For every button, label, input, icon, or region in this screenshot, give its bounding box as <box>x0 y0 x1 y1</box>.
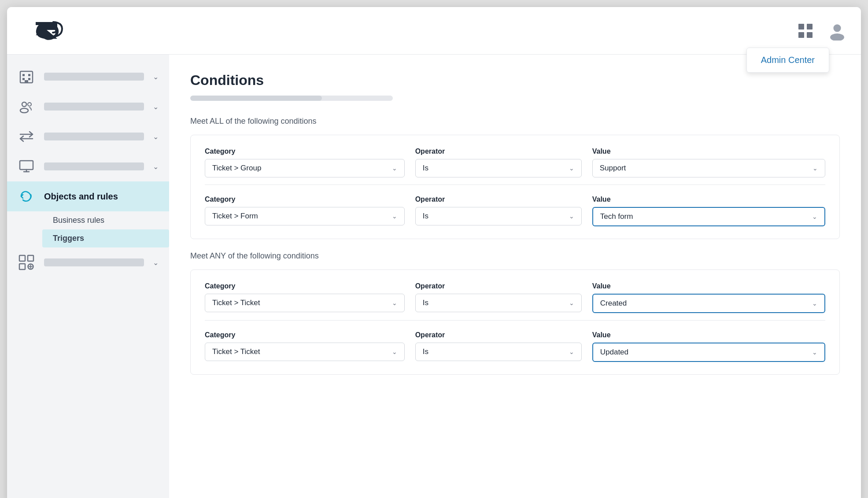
chevron-down-icon: ⌄ <box>812 213 817 220</box>
category-field-2: Category Ticket > Form ⌄ <box>205 196 405 225</box>
chevron-down-icon: ⌄ <box>392 299 397 306</box>
divider <box>205 184 825 185</box>
table-row: Category Ticket > Ticket ⌄ Operator Is ⌄ <box>205 282 825 313</box>
any-category-select-1[interactable]: Ticket > Ticket ⌄ <box>205 294 405 312</box>
svg-point-6 <box>830 33 844 41</box>
sidebar-label-bar <box>44 103 144 111</box>
any-category-select-2[interactable]: Ticket > Ticket ⌄ <box>205 343 405 361</box>
any-category-label-2: Category <box>205 331 405 339</box>
all-conditions-label: Meet ALL of the following conditions <box>190 117 840 126</box>
chevron-down-icon: ⌄ <box>569 299 574 306</box>
category-field-1: Category Ticket > Group ⌄ <box>205 148 405 177</box>
chevron-down-icon: ⌄ <box>392 165 397 172</box>
svg-rect-1 <box>798 24 804 30</box>
chevron-down-icon: ⌄ <box>569 348 574 355</box>
top-bar: Admin Center <box>7 7 861 55</box>
table-row: Category Ticket > Form ⌄ Operator Is ⌄ <box>205 196 825 226</box>
sidebar-item-people[interactable]: ⌄ <box>7 92 169 122</box>
all-conditions-block: Category Ticket > Group ⌄ Operator Is ⌄ <box>190 135 840 239</box>
svg-rect-19 <box>19 264 25 269</box>
value-select-1[interactable]: Support ⌄ <box>592 159 825 177</box>
monitor-icon <box>18 158 35 175</box>
any-operator-select-2[interactable]: Is ⌄ <box>415 343 582 361</box>
app-frame: Admin Center ⌄ <box>7 7 861 498</box>
sidebar-item-workspaces[interactable]: ⌄ <box>7 151 169 181</box>
any-operator-label-1: Operator <box>415 282 582 290</box>
operator-field-2: Operator Is ⌄ <box>415 196 582 225</box>
operator-select-1[interactable]: Is ⌄ <box>415 159 582 177</box>
operator-label-1: Operator <box>415 148 582 155</box>
chevron-down-icon: ⌄ <box>569 165 574 172</box>
any-operator-label-2: Operator <box>415 331 582 339</box>
chevron-down-icon: ⌄ <box>812 349 817 356</box>
svg-point-5 <box>833 24 841 32</box>
sidebar-label-bar <box>44 258 144 266</box>
sidebar-sub-item-triggers[interactable]: Triggers <box>42 229 169 247</box>
addblock-icon <box>18 254 35 271</box>
operator-field-1: Operator Is ⌄ <box>415 148 582 177</box>
sidebar-label-bar <box>44 73 144 81</box>
category-label-1: Category <box>205 148 405 155</box>
any-operator-field-1: Operator Is ⌄ <box>415 282 582 312</box>
any-category-field-2: Category Ticket > Ticket ⌄ <box>205 331 405 361</box>
operator-select-2[interactable]: Is ⌄ <box>415 207 582 225</box>
svg-rect-4 <box>807 32 813 38</box>
logo <box>21 18 74 44</box>
arrows-icon <box>18 128 35 145</box>
zendesk-logo <box>30 18 65 44</box>
category-select-1[interactable]: Ticket > Group ⌄ <box>205 159 405 177</box>
content-area: Conditions Meet ALL of the following con… <box>169 55 861 498</box>
svg-rect-18 <box>28 255 33 261</box>
chevron-down-icon: ⌄ <box>153 133 159 141</box>
svg-rect-3 <box>798 32 804 38</box>
sidebar-label-bar <box>44 133 144 140</box>
any-category-field-1: Category Ticket > Ticket ⌄ <box>205 282 405 312</box>
sidebar-sub-items: Business rules Triggers <box>7 211 169 247</box>
progress-bar <box>190 96 393 101</box>
any-value-select-1[interactable]: Created ⌄ <box>592 294 825 313</box>
any-value-select-2[interactable]: Updated ⌄ <box>592 343 825 362</box>
sidebar-item-org[interactable]: ⌄ <box>7 62 169 92</box>
chevron-down-icon: ⌄ <box>153 258 159 267</box>
chevron-down-icon: ⌄ <box>813 165 818 172</box>
sidebar-item-objects-label: Objects and rules <box>44 192 118 202</box>
sidebar-item-apps[interactable]: ⌄ <box>7 247 169 277</box>
table-row: Category Ticket > Group ⌄ Operator Is ⌄ <box>205 148 825 177</box>
table-row: Category Ticket > Ticket ⌄ Operator Is ⌄ <box>205 331 825 362</box>
sidebar-item-channels[interactable]: ⌄ <box>7 122 169 151</box>
people-icon <box>18 98 35 115</box>
value-field-2: Value Tech form ⌄ <box>592 196 825 226</box>
svg-rect-2 <box>807 24 813 30</box>
svg-point-15 <box>28 103 31 106</box>
value-field-1: Value Support ⌄ <box>592 148 825 177</box>
admin-center-dropdown: Admin Center <box>746 48 829 73</box>
svg-rect-11 <box>28 78 30 80</box>
category-label-2: Category <box>205 196 405 203</box>
chevron-down-icon: ⌄ <box>392 213 397 220</box>
chevron-down-icon: ⌄ <box>812 300 817 307</box>
progress-bar-fill <box>190 96 322 101</box>
user-avatar-icon[interactable] <box>827 21 847 41</box>
value-select-2[interactable]: Tech form ⌄ <box>592 207 825 226</box>
svg-rect-10 <box>22 78 25 80</box>
objects-icon <box>18 188 35 205</box>
admin-center-link[interactable]: Admin Center <box>761 55 815 65</box>
sidebar-sub-item-business-rules[interactable]: Business rules <box>42 211 169 229</box>
divider <box>205 320 825 321</box>
top-bar-right: Admin Center <box>796 21 847 41</box>
chevron-down-icon: ⌄ <box>392 348 397 355</box>
category-select-2[interactable]: Ticket > Form ⌄ <box>205 207 405 225</box>
sidebar: ⌄ ⌄ <box>7 55 169 498</box>
page-title: Conditions <box>190 72 840 89</box>
operator-label-2: Operator <box>415 196 582 203</box>
any-operator-field-2: Operator Is ⌄ <box>415 331 582 361</box>
svg-point-14 <box>20 108 28 113</box>
grid-apps-icon[interactable] <box>796 21 815 41</box>
chevron-down-icon: ⌄ <box>569 213 574 220</box>
sidebar-item-objects[interactable]: Objects and rules <box>7 181 169 211</box>
svg-rect-12 <box>25 80 28 83</box>
any-category-label-1: Category <box>205 282 405 290</box>
main-layout: ⌄ ⌄ <box>7 55 861 498</box>
svg-rect-17 <box>19 255 25 261</box>
any-operator-select-1[interactable]: Is ⌄ <box>415 294 582 312</box>
